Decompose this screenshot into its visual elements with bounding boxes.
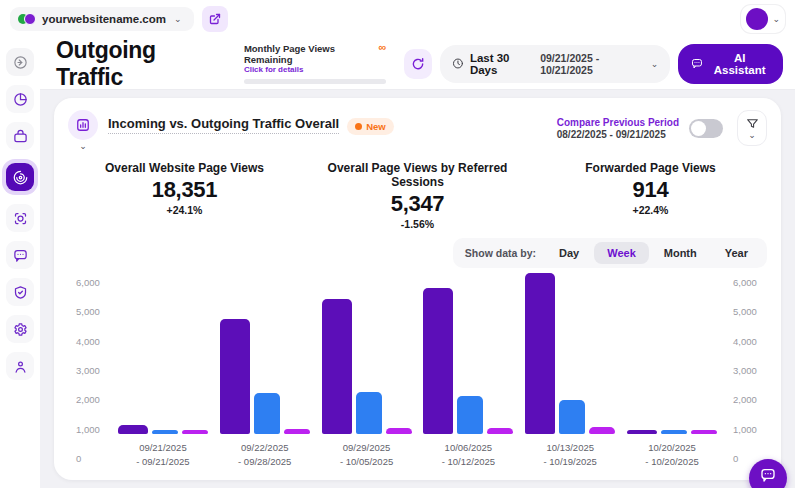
gear-icon bbox=[13, 322, 28, 337]
x-axis-label: 09/21/2025 - 09/21/2025 bbox=[136, 441, 189, 470]
bar-group: 10/13/2025 - 10/19/2025 bbox=[525, 248, 615, 470]
top-bar: yourwebsitename.com ⌄ ⌄ bbox=[0, 0, 795, 38]
filter-button[interactable]: ⌄ bbox=[737, 110, 767, 146]
sidebar-item-briefcase[interactable] bbox=[6, 122, 34, 150]
ai-assistant-label: AI Assistant bbox=[709, 52, 770, 76]
metric-value: 914 bbox=[534, 177, 767, 203]
quota-details-link[interactable]: Click for details bbox=[244, 65, 386, 74]
card-title: Incoming vs. Outgoing Traffic Overall bbox=[108, 116, 339, 134]
y-tick: 5,000 bbox=[76, 307, 112, 317]
y-tick: 2,000 bbox=[733, 395, 767, 405]
sidebar-item-settings[interactable] bbox=[6, 315, 34, 343]
spiral-icon bbox=[13, 170, 28, 185]
tab-year[interactable]: Year bbox=[712, 242, 761, 264]
metric-label: Forwarded Page Views bbox=[534, 161, 767, 175]
metric-value: 5,347 bbox=[301, 191, 534, 217]
metric-overall-page-views: Overall Website Page Views 18,351 +24.1% bbox=[68, 161, 301, 230]
bar-group: 09/29/2025 - 10/05/2025 bbox=[322, 248, 412, 470]
y-tick: 4,000 bbox=[76, 337, 112, 347]
site-name: yourwebsitename.com bbox=[42, 13, 166, 25]
sidebar-item-outgoing-traffic[interactable] bbox=[6, 163, 34, 191]
date-range-picker[interactable]: Last 30 Days 09/21/2025 - 10/21/2025 ⌄ bbox=[440, 45, 670, 83]
bar[interactable] bbox=[559, 400, 585, 434]
bar[interactable] bbox=[423, 288, 453, 434]
refresh-button[interactable] bbox=[404, 49, 432, 79]
site-selector[interactable]: yourwebsitename.com ⌄ bbox=[10, 7, 194, 31]
y-tick: 6,000 bbox=[733, 278, 767, 288]
bar[interactable] bbox=[627, 430, 657, 434]
new-badge: New bbox=[347, 118, 394, 135]
bar[interactable] bbox=[322, 299, 352, 434]
page-header: Outgoing Traffic Monthly Page Views Rema… bbox=[40, 38, 795, 90]
sidebar-item-location-user[interactable] bbox=[6, 352, 34, 380]
chevron-down-icon: ⌄ bbox=[174, 14, 182, 24]
external-link-icon bbox=[209, 13, 221, 25]
x-axis-label: 09/22/2025 - 09/28/2025 bbox=[238, 441, 291, 470]
bar-group: 09/22/2025 - 09/28/2025 bbox=[220, 248, 310, 470]
bar[interactable] bbox=[284, 429, 310, 434]
bar[interactable] bbox=[220, 319, 250, 434]
y-tick: 4,000 bbox=[733, 337, 767, 347]
sidebar-item-security[interactable] bbox=[6, 278, 34, 306]
metric-delta: -1.56% bbox=[301, 218, 534, 230]
sidebar bbox=[0, 38, 40, 488]
y-tick: 3,000 bbox=[76, 366, 112, 376]
funnel-icon bbox=[746, 117, 759, 130]
sidebar-item-target[interactable] bbox=[6, 204, 34, 232]
chevron-down-icon: ⌄ bbox=[651, 59, 659, 69]
person-pin-icon bbox=[13, 359, 28, 374]
metrics-row: Overall Website Page Views 18,351 +24.1%… bbox=[68, 161, 767, 230]
chart-plot-area: 09/21/2025 - 09/21/202509/22/2025 - 09/2… bbox=[112, 278, 723, 469]
y-tick: 1,000 bbox=[76, 425, 112, 435]
chat-bubble-icon bbox=[760, 467, 776, 483]
bar[interactable] bbox=[254, 393, 280, 434]
bar[interactable] bbox=[691, 430, 717, 434]
quota-title: Monthly Page Views Remaining bbox=[244, 43, 379, 65]
infinity-icon: ∞ bbox=[378, 43, 386, 52]
bar[interactable] bbox=[182, 430, 208, 434]
compare-toggle[interactable] bbox=[689, 119, 723, 138]
traffic-overview-card: ⌄ Incoming vs. Outgoing Traffic Overall … bbox=[54, 98, 781, 480]
bar-group: 09/21/2025 - 09/21/2025 bbox=[118, 248, 208, 470]
sidebar-collapse-button[interactable] bbox=[6, 48, 34, 76]
bar[interactable] bbox=[386, 428, 412, 434]
x-axis-label: 09/29/2025 - 10/05/2025 bbox=[340, 441, 393, 470]
range-label: Last 30 Days bbox=[470, 52, 534, 76]
new-badge-label: New bbox=[366, 121, 386, 132]
y-axis-left: 6,0005,0004,0003,0002,0001,0000 bbox=[68, 278, 112, 464]
ai-chat-icon bbox=[691, 57, 703, 70]
bar-group: 10/06/2025 - 10/12/2025 bbox=[423, 248, 513, 470]
bar[interactable] bbox=[118, 425, 148, 434]
y-tick: 3,000 bbox=[733, 366, 767, 376]
quota-widget: Monthly Page Views Remaining ∞ Click for… bbox=[244, 43, 386, 84]
bar[interactable] bbox=[356, 392, 382, 434]
clock-icon bbox=[452, 57, 464, 70]
metric-referred-sessions: Overall Page Views by Referred Sessions … bbox=[301, 161, 534, 230]
metric-delta: +24.1% bbox=[68, 204, 301, 216]
sidebar-item-analytics[interactable] bbox=[6, 85, 34, 113]
y-axis-right: 6,0005,0004,0003,0002,0001,0000 bbox=[723, 278, 767, 464]
shield-check-icon bbox=[13, 285, 28, 300]
bar[interactable] bbox=[525, 273, 555, 434]
account-menu[interactable]: ⌄ bbox=[741, 5, 785, 33]
bar[interactable] bbox=[152, 430, 178, 434]
x-axis-label: 10/06/2025 - 10/12/2025 bbox=[442, 441, 495, 470]
collapse-icon bbox=[13, 55, 28, 70]
metric-value: 18,351 bbox=[68, 177, 301, 203]
x-axis-label: 10/13/2025 - 10/19/2025 bbox=[544, 441, 597, 470]
ai-assistant-button[interactable]: AI Assistant bbox=[678, 44, 783, 84]
open-site-button[interactable] bbox=[202, 6, 228, 32]
sidebar-item-chat[interactable] bbox=[6, 241, 34, 269]
orange-dot-icon bbox=[355, 123, 362, 130]
site-favicon-icon bbox=[18, 12, 34, 26]
bar[interactable] bbox=[487, 428, 513, 434]
bar[interactable] bbox=[589, 427, 615, 434]
x-axis-label: 10/20/2025 - 10/20/2025 bbox=[645, 441, 698, 470]
page-title: Outgoing Traffic bbox=[56, 37, 218, 91]
bar[interactable] bbox=[457, 396, 483, 434]
avatar bbox=[746, 8, 768, 30]
chat-bubble-icon bbox=[13, 248, 28, 263]
bar[interactable] bbox=[661, 430, 687, 434]
target-scan-icon bbox=[13, 211, 28, 226]
card-icon-button[interactable]: ⌄ bbox=[68, 110, 98, 151]
